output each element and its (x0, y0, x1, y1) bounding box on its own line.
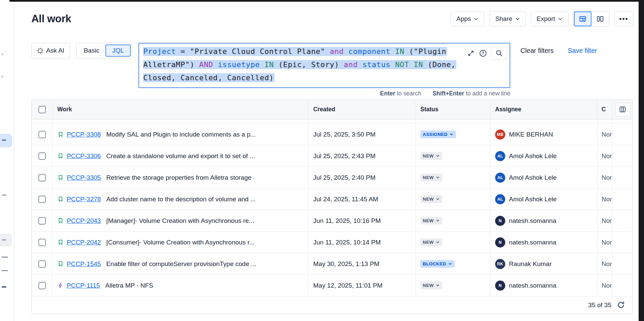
work-table: Work Created Status Assignee C PCCP-3308… (31, 99, 633, 314)
basic-mode-button[interactable]: Basic (78, 47, 105, 54)
help-icon: ? (479, 49, 487, 58)
status-badge[interactable]: NEW (420, 282, 442, 289)
row-checkbox[interactable] (38, 260, 46, 268)
category-cell: None (598, 145, 612, 167)
category-cell: None (598, 188, 612, 210)
issue-key-link[interactable]: PCCP-1545 (67, 260, 101, 268)
jql-mode-button[interactable]: JQL (105, 45, 131, 57)
expand-editor-button[interactable] (467, 50, 475, 57)
avatar: AL (495, 194, 505, 204)
issue-summary: Retrieve the storage properties from All… (106, 174, 251, 181)
split-view-button[interactable] (591, 11, 609, 26)
avatar: RK (495, 259, 505, 269)
status-badge[interactable]: NEW (420, 195, 442, 203)
status-badge[interactable]: NEW (420, 174, 442, 181)
jql-token: AND (199, 60, 213, 69)
configure-columns-button[interactable] (615, 103, 631, 116)
page-header: All work Apps Share Export (31, 11, 633, 27)
chevron-down-icon (436, 240, 440, 244)
chevron-down-icon (515, 17, 520, 22)
page-title: All work (31, 13, 71, 25)
table-row: PCCP-3305Retrieve the storage properties… (32, 167, 633, 188)
created-cell: Jul 25, 2025, 2:40 PM (309, 167, 416, 188)
sidebar-collapsed: › › (0, 2, 14, 321)
chevron-down-icon (436, 175, 440, 180)
jql-token: (Done, (423, 60, 456, 69)
created-cell: May 12, 2025, 11:01 PM (309, 275, 416, 296)
status-badge[interactable]: NEW (420, 238, 442, 246)
issue-key-link[interactable]: PCCP-3305 (67, 174, 101, 181)
table-row: PCCP-3278Add cluster name to the descrip… (32, 188, 633, 210)
ask-ai-button[interactable]: Ask AI (31, 43, 70, 58)
jql-token: (Epic, Story) (274, 60, 344, 69)
story-icon (57, 239, 64, 245)
save-filter-link[interactable]: Save filter (568, 47, 597, 55)
row-checkbox[interactable] (38, 174, 46, 181)
status-badge[interactable]: ASSIGNED (420, 130, 456, 138)
row-checkbox[interactable] (38, 217, 46, 225)
status-cell: NEW (416, 232, 490, 253)
chevron-down-icon (436, 218, 440, 223)
issue-summary: Enable filter of computeServer provision… (106, 260, 256, 268)
created-cell: Jun 11, 2025, 10:16 PM (309, 210, 416, 231)
column-header-truncated[interactable]: C (598, 100, 612, 119)
select-all-checkbox[interactable] (38, 106, 46, 113)
status-badge[interactable]: BLOCKED (420, 260, 455, 268)
syntax-help-button[interactable]: ? (479, 49, 487, 58)
assignee-name: natesh.somanna (509, 282, 556, 289)
story-icon (57, 217, 64, 224)
work-cell: PCCP-3305Retrieve the storage properties… (53, 167, 309, 188)
jql-token: "Private Cloud Control Plane" (190, 47, 330, 56)
row-checkbox[interactable] (38, 282, 46, 289)
sidebar-chevron-icon[interactable]: › (1, 52, 3, 56)
story-icon (57, 261, 64, 267)
column-header-status[interactable]: Status (416, 100, 490, 119)
column-header-assignee[interactable]: Assignee (490, 100, 598, 119)
issue-key-link[interactable]: PCCP-2043 (67, 217, 101, 225)
created-cell: Jul 24, 2025, 11:45 AM (309, 188, 416, 210)
status-cell: NEW (416, 210, 490, 231)
status-badge[interactable]: NEW (420, 152, 442, 160)
row-checkbox[interactable] (38, 152, 46, 160)
assignee-name: Raunak Kumar (509, 260, 552, 268)
share-button[interactable]: Share (489, 11, 526, 26)
issue-key-link[interactable]: PCCP-3308 (67, 131, 101, 138)
row-checkbox[interactable] (38, 131, 46, 138)
issue-summary: [Consumer]- Volume Creation with Asynchr… (106, 239, 254, 246)
config-cell (612, 124, 633, 145)
refresh-button[interactable] (617, 301, 625, 309)
table-view-icon (579, 15, 587, 23)
sidebar-chevron-icon[interactable]: › (1, 75, 3, 78)
table-scroll-fragment (32, 119, 633, 124)
sidebar-item-fragment (2, 286, 6, 288)
jql-token: IN (395, 47, 405, 56)
table-row: PCCP-3308Modify SAL and Plugin to includ… (32, 124, 633, 145)
category-cell: None (598, 275, 612, 296)
issue-key-link[interactable]: PCCP-3278 (67, 196, 101, 203)
jql-tools: ? (467, 47, 507, 60)
issue-key-link[interactable]: PCCP-2042 (67, 239, 101, 246)
jql-token: = (176, 47, 190, 56)
table-view-button[interactable] (574, 11, 591, 26)
column-header-work[interactable]: Work (53, 100, 309, 119)
status-badge[interactable]: NEW (420, 217, 442, 225)
more-button[interactable]: ••• (614, 11, 633, 26)
sidebar-item-selected[interactable] (0, 134, 12, 147)
clear-filters-link[interactable]: Clear filters (520, 47, 554, 55)
column-header-created[interactable]: Created (309, 100, 416, 119)
issue-key-link[interactable]: PCCP-1115 (67, 282, 100, 289)
run-search-button[interactable] (491, 47, 507, 60)
story-icon (57, 131, 64, 138)
apps-button[interactable]: Apps (451, 11, 484, 26)
issue-key-link[interactable]: PCCP-3306 (67, 152, 101, 160)
sidebar-item-fragment (2, 195, 6, 196)
created-cell: Jun 11, 2025, 10:14 PM (309, 232, 416, 253)
header-actions: Apps Share Export (451, 11, 633, 27)
row-checkbox[interactable] (38, 196, 46, 203)
avatar: AL (495, 173, 505, 183)
config-cell (612, 167, 633, 188)
export-button[interactable]: Export (531, 11, 569, 26)
row-checkbox[interactable] (38, 239, 46, 246)
jql-input[interactable]: Project = "Private Cloud Control Plane" … (138, 43, 510, 88)
sidebar-item-hover[interactable] (0, 234, 12, 246)
